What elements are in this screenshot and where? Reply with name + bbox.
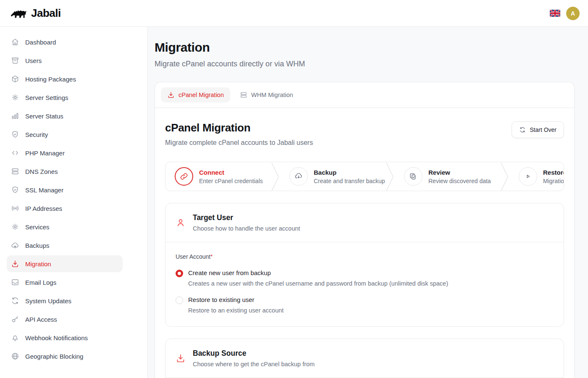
app-header: Jabali A	[0, 0, 588, 27]
sidebar: Dashboard Users Hosting Packages Server …	[0, 27, 148, 378]
tab-cpanel-migration[interactable]: cPanel Migration	[161, 87, 230, 102]
play-icon	[524, 172, 532, 181]
sidebar-item-system-updates[interactable]: System Updates	[7, 292, 123, 309]
sidebar-item-label: PHP Manager	[25, 150, 65, 157]
download-icon	[167, 91, 175, 99]
step-title: Restore	[543, 169, 564, 176]
sidebar-nav: Dashboard Users Hosting Packages Server …	[7, 34, 123, 365]
sidebar-item-ip-addresses[interactable]: IP Addresses	[7, 200, 123, 217]
sidebar-item-label: IP Addresses	[25, 205, 62, 212]
server-icon	[240, 91, 247, 99]
link-icon	[180, 172, 188, 181]
sidebar-item-label: Dashboard	[25, 39, 56, 46]
package-icon	[11, 75, 19, 83]
step-separator	[500, 162, 509, 191]
start-over-button[interactable]: Start Over	[512, 121, 564, 138]
panel-title: cPanel Migration	[165, 121, 313, 134]
sidebar-item-label: Security	[25, 131, 48, 138]
step-title: Review	[428, 169, 491, 176]
sidebar-item-label: Webhook Notifications	[25, 334, 88, 341]
backup-source-subtitle: Choose where to get the cPanel backup fr…	[193, 361, 315, 368]
sidebar-item-backups[interactable]: Backups	[7, 237, 123, 254]
download-icon	[11, 260, 19, 268]
sidebar-item-services[interactable]: Services	[7, 218, 123, 235]
refresh-icon	[11, 297, 19, 305]
sidebar-item-label: Geographic Blocking	[25, 353, 83, 360]
sidebar-item-migration[interactable]: Migration	[7, 255, 123, 272]
inbox-icon	[11, 278, 19, 286]
step-subtitle: Create and transfer backup	[314, 178, 385, 184]
home-icon	[11, 38, 19, 46]
tab-whm-migration[interactable]: WHM Migration	[234, 87, 299, 102]
sidebar-item-label: SSL Manager	[25, 186, 63, 194]
sidebar-item-webhook-notifications[interactable]: Webhook Notifications	[7, 329, 123, 346]
boar-logo-icon	[10, 7, 28, 20]
sidebar-item-api-access[interactable]: API Access	[7, 311, 123, 328]
option-label: Restore to existing user	[188, 296, 284, 303]
step-backup: Backup Create and transfer backup	[280, 162, 385, 191]
broadcast-icon	[11, 204, 19, 213]
shield-icon	[11, 130, 19, 139]
page-title: Migration	[155, 40, 575, 55]
sidebar-item-label: Email Logs	[25, 279, 56, 286]
gear-icon	[11, 93, 19, 102]
target-user-title: Target User	[193, 213, 300, 222]
step-subtitle: Enter cPanel credentials	[199, 178, 263, 184]
sidebar-item-dashboard[interactable]: Dashboard	[7, 34, 123, 50]
language-switcher[interactable]	[550, 10, 560, 17]
radio-input[interactable]	[176, 270, 183, 277]
sidebar-item-dns-zones[interactable]: DNS Zones	[7, 163, 123, 180]
radio-input[interactable]	[176, 297, 183, 304]
brand-name: Jabali	[31, 7, 61, 20]
sidebar-item-label: Hosting Packages	[25, 76, 76, 83]
gear-icon	[11, 223, 19, 231]
step-review: Review Review discovered data	[395, 162, 500, 191]
sidebar-item-ssl-manager[interactable]: SSL Manager	[7, 181, 123, 198]
refresh-icon	[519, 126, 526, 133]
required-mark: *	[210, 253, 213, 260]
user-avatar[interactable]: A	[566, 7, 580, 20]
sidebar-item-security[interactable]: Security	[7, 126, 123, 143]
start-over-label: Start Over	[530, 126, 556, 133]
tab-label: cPanel Migration	[178, 92, 224, 98]
sidebar-item-server-settings[interactable]: Server Settings	[7, 89, 123, 106]
download-icon	[176, 353, 186, 363]
step-title: Backup	[314, 169, 385, 176]
step-subtitle: Migration	[543, 178, 564, 184]
migration-panel: cPanel Migration WHM Migration cPanel Mi…	[155, 82, 575, 378]
page-subtitle: Migrate cPanel accounts directly or via …	[155, 60, 575, 68]
step-restore: Restore Migration	[509, 162, 564, 191]
server-icon	[11, 167, 19, 176]
panel-subtitle: Migrate complete cPanel accounts to Jaba…	[165, 139, 313, 147]
step-connect: Connect Enter cPanel credentials	[165, 162, 270, 191]
sidebar-item-users[interactable]: Users	[7, 52, 123, 69]
sidebar-item-email-logs[interactable]: Email Logs	[7, 274, 123, 291]
option-description: Creates a new user with the cPanel usern…	[188, 280, 448, 287]
bell-icon	[11, 333, 19, 342]
option-create-new-user-from-backup[interactable]: Create new user from backup Creates a ne…	[176, 269, 554, 287]
archive-icon	[11, 56, 19, 65]
step-title: Connect	[199, 169, 263, 176]
sidebar-item-label: Server Settings	[25, 94, 68, 101]
sidebar-item-label: Services	[25, 223, 50, 231]
user-account-radio-group: Create new user from backup Creates a ne…	[176, 269, 554, 314]
sidebar-item-label: Server Status	[25, 113, 63, 120]
step-separator	[385, 162, 395, 191]
cloud-up-icon	[11, 241, 19, 249]
sidebar-item-label: API Access	[25, 316, 57, 323]
user-account-field-label: User Account*	[176, 253, 554, 260]
code-icon	[11, 149, 19, 157]
clipboard-icon	[409, 172, 417, 181]
sidebar-item-label: DNS Zones	[25, 168, 58, 175]
sidebar-item-server-status[interactable]: Server Status	[7, 108, 123, 124]
person-icon	[176, 218, 186, 228]
sidebar-item-hosting-packages[interactable]: Hosting Packages	[7, 71, 123, 87]
sidebar-item-geographic-blocking[interactable]: Geographic Blocking	[7, 348, 123, 365]
main-content: Migration Migrate cPanel accounts direct…	[148, 27, 588, 378]
sidebar-item-php-manager[interactable]: PHP Manager	[7, 144, 123, 161]
option-label: Create new user from backup	[188, 269, 448, 276]
migration-stepper: Connect Enter cPanel credentials Backup …	[165, 162, 564, 191]
option-restore-to-existing-user[interactable]: Restore to existing user Restore to an e…	[176, 296, 554, 314]
globe-icon	[11, 352, 19, 360]
brand[interactable]: Jabali	[10, 7, 61, 20]
